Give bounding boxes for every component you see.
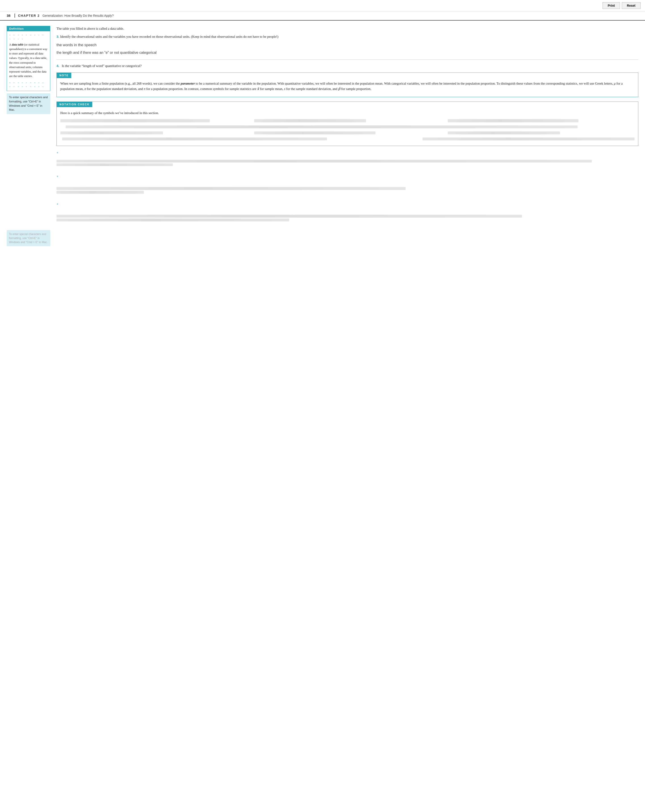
definition-box: Definition - - - - - - - - - - - - - A d…: [7, 26, 50, 91]
question-3-num: 3.: [57, 35, 60, 38]
page-number: 38: [7, 13, 11, 18]
note-box: NOTE When we are sampling from a finite …: [57, 73, 638, 97]
exercise-1-q: ●: [57, 150, 638, 158]
notation-content: Here is a quick summary of the symbols w…: [57, 107, 638, 146]
note-body: When we are sampling from a finite popul…: [60, 81, 634, 92]
exercise-1-num: ●: [57, 150, 58, 158]
notation-row-2: [60, 125, 634, 129]
exercise-block-3: ●: [57, 201, 638, 224]
answer-3-1: the words in the speech: [57, 42, 638, 48]
exercise-3-num: ●: [57, 201, 58, 213]
question-4-body: Is the variable “length of word” quantit…: [62, 64, 142, 68]
top-bar: Print Reset: [0, 0, 645, 11]
question-4-block: 4. Is the variable “length of word” quan…: [57, 63, 638, 69]
exercise-2-q: ●: [57, 174, 638, 185]
chapter-title: Generalization: How Broadly Do the Resul…: [43, 14, 114, 18]
note-header: NOTE: [57, 73, 638, 78]
question-3-body: Identify the observational units and the…: [60, 35, 278, 38]
exercise-block-2: ●: [57, 174, 638, 197]
notation-intro: Here is a quick summary of the symbols w…: [60, 110, 634, 116]
note-header-label: NOTE: [57, 73, 71, 78]
exercise-3-q: ●: [57, 201, 638, 213]
exercise-block-1: ●: [57, 150, 638, 169]
answer-3-2: the length and if there was an "e" or no…: [57, 50, 638, 56]
exercise-2-a: [57, 187, 638, 194]
notation-row-4: [60, 137, 634, 141]
definition-body: A data table (or statistical spreadsheet…: [9, 43, 48, 78]
answer-3-2-text: the length and if there was an "e" or no…: [57, 51, 157, 55]
notation-header-label: NOTATION CHECK: [57, 102, 92, 107]
exercise-2-num: ●: [57, 174, 58, 185]
sidebar: Definition - - - - - - - - - - - - - A d…: [7, 26, 50, 246]
question-4-text: 4. Is the variable “length of word” quan…: [57, 63, 638, 69]
notation-row-3: [60, 131, 634, 135]
notation-box: NOTATION CHECK Here is a quick summary o…: [57, 102, 638, 146]
question-4-num: 4.: [57, 64, 60, 68]
def-dashes-top: - - - - - - - - - - - - -: [9, 33, 48, 41]
print-button[interactable]: Print: [602, 2, 620, 9]
intro-text: The table you filled in above is called …: [57, 26, 638, 31]
sidebar-note-bottom: To enter special characters and formatti…: [7, 230, 50, 246]
definition-header: Definition: [7, 26, 50, 32]
chapter-label: CHAPTER 2: [18, 14, 40, 18]
content-area: The table you filled in above is called …: [57, 26, 638, 246]
exercise-1-a: [57, 160, 638, 166]
question-3-text: 3. Identify the observational units and …: [57, 34, 638, 39]
answer-3-1-text: the words in the speech: [57, 43, 97, 47]
def-dashes-bottom: - - - - - - - - - - - - - - - - - -: [9, 81, 48, 89]
exercise-3-a: [57, 215, 638, 221]
sidebar-note-text: To enter special characters and formatti…: [9, 96, 48, 111]
chapter-header: 38 CHAPTER 2 Generalization: How Broadly…: [0, 11, 645, 21]
sidebar-note-bottom-text: To enter special characters and formatti…: [9, 233, 47, 244]
note-content: When we are sampling from a finite popul…: [57, 78, 638, 97]
sidebar-note: To enter special characters and formatti…: [7, 93, 50, 114]
question-3-block: 3. Identify the observational units and …: [57, 34, 638, 56]
notation-box-header-row: NOTATION CHECK: [57, 102, 638, 107]
notation-row-1: [60, 118, 634, 123]
main-layout: Definition - - - - - - - - - - - - - A d…: [0, 21, 645, 253]
reset-button[interactable]: Reset: [622, 2, 640, 9]
